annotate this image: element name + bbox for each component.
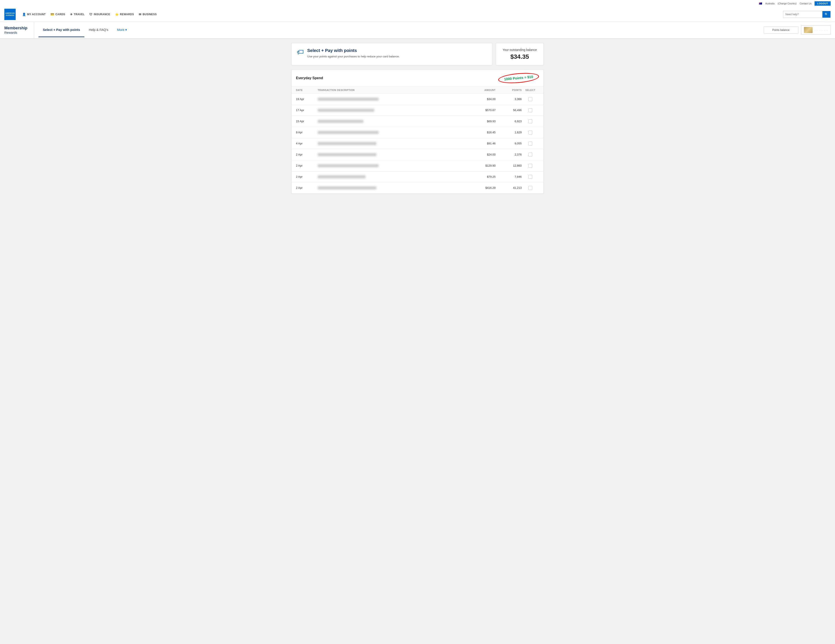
outstanding-balance-box: Your outstanding balance $34.35 bbox=[496, 43, 544, 65]
cell-points: 41,213 bbox=[495, 186, 521, 189]
insurance-icon: 🛡 bbox=[89, 13, 93, 16]
table-header-row: Everyday Spend 1000 Points = $10 bbox=[292, 70, 543, 86]
table-section: Everyday Spend 1000 Points = $10 DATE TR… bbox=[291, 70, 544, 194]
search-button[interactable]: 🔍 bbox=[822, 11, 830, 18]
points-balance-box: Points balance: bbox=[764, 26, 798, 34]
contact-us-link[interactable]: Contact Us bbox=[800, 2, 812, 5]
cell-select[interactable] bbox=[521, 97, 539, 101]
logout-button[interactable]: LOGOUT bbox=[815, 1, 831, 6]
select-pay-card: 🏷 Select + Pay with points Use your poin… bbox=[291, 43, 492, 65]
blurred-description bbox=[318, 153, 377, 156]
nav-insurance[interactable]: 🛡 INSURANCE bbox=[89, 13, 110, 16]
blurred-description bbox=[318, 186, 377, 189]
table-row: 9 Apr $16.45 1,629 bbox=[292, 127, 543, 138]
cell-amount: $69.93 bbox=[465, 120, 495, 123]
cell-date: 2 Apr bbox=[296, 175, 318, 178]
points-rate-badge: 1000 Points = $10 bbox=[498, 72, 539, 85]
search-bar: 🔍 bbox=[783, 11, 831, 18]
nav-rewards[interactable]: ⭐ REWARDS bbox=[115, 13, 134, 16]
account-icon: 👤 bbox=[22, 13, 26, 16]
select-checkbox[interactable] bbox=[528, 186, 532, 190]
nav-my-account[interactable]: 👤 MY ACCOUNT bbox=[22, 13, 45, 16]
chevron-down-icon: ▾ bbox=[125, 28, 127, 32]
blurred-description bbox=[318, 120, 363, 123]
nav-business[interactable]: ✉ BUSINESS bbox=[139, 13, 157, 16]
nav-cards-label: CARDS bbox=[55, 13, 65, 16]
amex-logo[interactable]: AMERICANEXPRESS bbox=[4, 9, 16, 20]
tab-select-pay[interactable]: Select + Pay with points bbox=[39, 23, 84, 37]
cell-desc bbox=[318, 109, 465, 112]
cell-desc bbox=[318, 120, 465, 123]
nav-rewards-label: REWARDS bbox=[120, 13, 134, 16]
sub-navigation: Membership Rewards Select + Pay with poi… bbox=[0, 22, 835, 39]
select-pay-heading: Select + Pay with points bbox=[307, 48, 400, 53]
card-image-box[interactable]: · · · · · · bbox=[801, 26, 831, 34]
cell-date: 2 Apr bbox=[296, 153, 318, 156]
change-country-link[interactable]: (Change Country) bbox=[778, 2, 796, 5]
nav-travel[interactable]: ✈ TRAVEL bbox=[70, 13, 85, 16]
amex-logo-text: AMERICANEXPRESS bbox=[5, 12, 15, 16]
top-section: 🏷 Select + Pay with points Use your poin… bbox=[291, 43, 544, 65]
select-checkbox[interactable] bbox=[528, 153, 532, 156]
column-headers: DATE TRANSACTION DESCRIPTION AMOUNT POIN… bbox=[292, 86, 543, 94]
blurred-description bbox=[318, 175, 366, 178]
select-checkbox[interactable] bbox=[528, 130, 532, 134]
cell-points: 12,860 bbox=[495, 164, 521, 167]
select-checkbox[interactable] bbox=[528, 108, 532, 112]
cell-amount: $24.00 bbox=[465, 153, 495, 156]
brand-title: Membership bbox=[4, 26, 28, 31]
select-checkbox[interactable] bbox=[528, 97, 532, 101]
cell-desc bbox=[318, 142, 465, 145]
blurred-description bbox=[318, 98, 379, 101]
cell-select[interactable] bbox=[521, 175, 539, 179]
tab-help-faq[interactable]: Help & FAQ's bbox=[84, 23, 113, 37]
cell-date: 4 Apr bbox=[296, 142, 318, 145]
nav-cards[interactable]: 💳 CARDS bbox=[50, 13, 65, 16]
col-select: SELECT bbox=[521, 89, 539, 91]
cell-select[interactable] bbox=[521, 119, 539, 123]
table-row: 15 Apr $69.93 6,923 bbox=[292, 116, 543, 127]
cell-amount: $91.46 bbox=[465, 142, 495, 145]
cell-date: 17 Apr bbox=[296, 109, 318, 112]
cell-select[interactable] bbox=[521, 164, 539, 168]
cell-points: 56,496 bbox=[495, 109, 521, 112]
cell-amount: $129.90 bbox=[465, 164, 495, 167]
cell-date: 19 Apr bbox=[296, 98, 318, 101]
cell-points: 6,923 bbox=[495, 120, 521, 123]
main-navigation: 👤 MY ACCOUNT 💳 CARDS ✈ TRAVEL 🛡 INSURANC… bbox=[22, 13, 777, 16]
select-checkbox[interactable] bbox=[528, 119, 532, 123]
cell-desc bbox=[318, 175, 465, 178]
cell-select[interactable] bbox=[521, 130, 539, 134]
membership-rewards-brand: Membership Rewards bbox=[4, 22, 34, 38]
select-pay-text: Select + Pay with points Use your points… bbox=[307, 48, 400, 58]
col-points: POINTS bbox=[495, 89, 521, 91]
travel-icon: ✈ bbox=[70, 13, 73, 16]
tab-more[interactable]: More ▾ bbox=[113, 23, 132, 37]
main-content: 🏷 Select + Pay with points Use your poin… bbox=[287, 39, 548, 198]
cell-desc bbox=[318, 153, 465, 156]
select-pay-icon: 🏷 bbox=[297, 48, 304, 56]
search-input[interactable] bbox=[783, 11, 822, 17]
table-row: 2 Apr $129.90 12,860 bbox=[292, 160, 543, 171]
cell-amount: $416.29 bbox=[465, 186, 495, 189]
cell-amount: $16.45 bbox=[465, 131, 495, 134]
cell-select[interactable] bbox=[521, 153, 539, 156]
cell-select[interactable] bbox=[521, 141, 539, 145]
tab-more-label: More bbox=[117, 28, 124, 31]
select-checkbox[interactable] bbox=[528, 164, 532, 168]
cell-select[interactable] bbox=[521, 186, 539, 190]
blurred-description bbox=[318, 164, 379, 167]
brand-subtitle: Rewards bbox=[4, 31, 28, 34]
select-checkbox[interactable] bbox=[528, 141, 532, 145]
rewards-icon: ⭐ bbox=[115, 13, 119, 16]
country-label: Australia bbox=[765, 2, 775, 5]
points-balance-label: Points balance: bbox=[767, 29, 795, 31]
blurred-description bbox=[318, 142, 377, 145]
cell-select[interactable] bbox=[521, 108, 539, 112]
select-checkbox[interactable] bbox=[528, 175, 532, 179]
table-rows: 19 Apr $34.00 3,366 17 Apr $570.67 56,49… bbox=[292, 94, 543, 194]
cell-desc bbox=[318, 186, 465, 189]
col-amount: AMOUNT bbox=[465, 89, 495, 91]
cell-amount: $79.25 bbox=[465, 175, 495, 178]
cell-desc bbox=[318, 131, 465, 134]
